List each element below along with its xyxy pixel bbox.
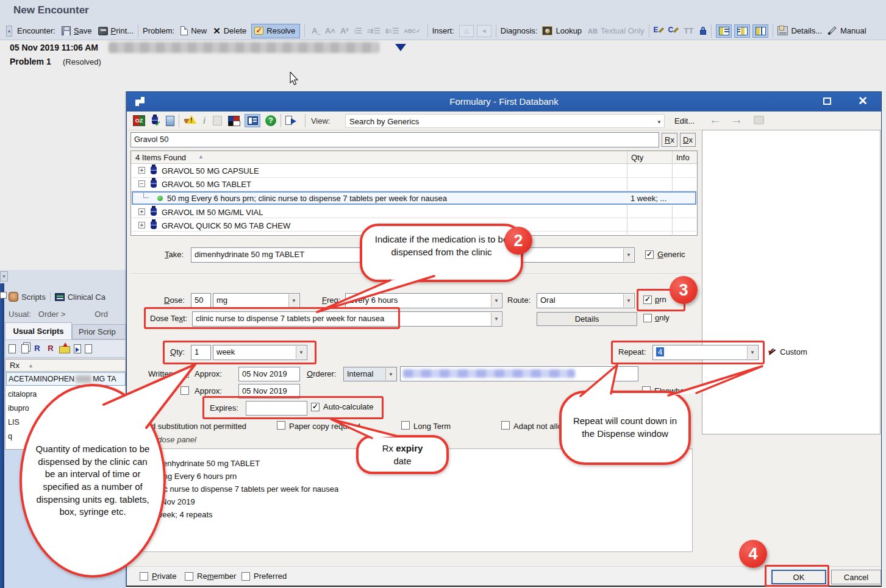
result-row[interactable]: GRAVOL IM 50 MG/ML VIAL	[131, 206, 625, 219]
details-button[interactable]: Details...	[777, 26, 822, 35]
toggle-panel-icon[interactable]	[245, 114, 260, 127]
dose-unit-select[interactable]: mg▼	[213, 293, 300, 308]
approx2-checkbox[interactable]	[180, 386, 189, 395]
generic-checkbox[interactable]	[645, 250, 654, 259]
rx-list-header[interactable]: Rx ▲	[5, 359, 126, 372]
drug-images-icon[interactable]	[228, 116, 240, 126]
spellcheck-icon[interactable]: ABC✓	[404, 28, 421, 34]
qty-column-header[interactable]: Qty	[631, 153, 643, 162]
list-item[interactable]: q	[8, 430, 12, 441]
expand-icon[interactable]	[138, 222, 145, 228]
dose-input[interactable]: 50	[191, 293, 211, 308]
adapt-checkbox[interactable]	[501, 421, 510, 430]
rx-button[interactable]: Rx	[662, 133, 677, 147]
result-row-selected[interactable]: 50 mg Every 6 hours prn; clinic nurse to…	[132, 191, 696, 205]
list-item[interactable]: ibupro	[8, 402, 29, 413]
list-item[interactable]: ACETAMINOPHEN MG TA	[6, 372, 126, 386]
save-button[interactable]: Save	[62, 26, 92, 35]
order-link[interactable]: Order >	[38, 310, 65, 319]
verify-icon[interactable]: ✓	[150, 115, 161, 126]
font-up-icon[interactable]: A˄	[325, 26, 335, 35]
details-button[interactable]: Details	[537, 312, 637, 326]
chevron-down-icon[interactable]: ▼	[623, 249, 634, 261]
maximize-icon[interactable]	[823, 97, 831, 105]
ord-link-clipped[interactable]: Ord	[95, 310, 108, 319]
tab-scripts[interactable]: Scripts	[21, 292, 46, 302]
orderer-select[interactable]: Internal▼	[343, 367, 397, 381]
custom-label[interactable]: Custom	[780, 347, 807, 356]
lock-icon[interactable]	[699, 27, 707, 35]
chevron-down-icon[interactable]: ▼	[491, 294, 501, 307]
nav-forward-icon[interactable]: →	[731, 113, 743, 127]
outdent-icon[interactable]: ⇇☰	[385, 26, 399, 35]
collapse-icon[interactable]	[138, 180, 145, 187]
subtab-usual-scripts[interactable]: Usual Scripts	[5, 322, 72, 339]
copy-script-icon[interactable]	[21, 344, 29, 353]
rx-blue-icon[interactable]: R	[32, 344, 42, 353]
insert-object-icon[interactable]: ◄	[477, 25, 491, 37]
chevron-down-icon[interactable]: ▼	[623, 294, 634, 307]
allergy-warning-icon[interactable]: !	[184, 115, 196, 126]
cancel-button[interactable]: Cancel	[831, 570, 881, 584]
chart-edit-icon[interactable]: C	[668, 26, 679, 37]
import-folder-icon[interactable]	[59, 346, 70, 353]
encounter-edit-icon[interactable]: E	[654, 26, 665, 37]
dx-button[interactable]: Dx	[680, 133, 696, 147]
pages-icon[interactable]	[213, 116, 222, 126]
close-icon[interactable]: ✕	[858, 94, 868, 108]
info-column-header[interactable]: Info	[676, 153, 690, 162]
sidebar-combo-stub[interactable]: ▼	[0, 271, 8, 282]
help-icon[interactable]: ?	[265, 115, 276, 126]
resolve-button[interactable]: ✓ Resolve	[251, 24, 300, 38]
formulary-icon[interactable]: OZ	[133, 115, 145, 126]
list-item[interactable]: citalopra	[8, 388, 37, 399]
written-approx-checkbox[interactable]	[180, 369, 189, 378]
private-checkbox[interactable]	[140, 572, 148, 581]
new-script-icon[interactable]	[9, 344, 16, 353]
list-item[interactable]: LIS	[8, 416, 20, 427]
send-script-icon[interactable]	[74, 344, 81, 353]
subtab-prior-scripts[interactable]: Prior Scrip	[72, 324, 126, 339]
remember-checkbox[interactable]	[185, 572, 193, 581]
font-down-icon[interactable]: A²	[340, 26, 349, 35]
preferred-checkbox[interactable]	[241, 572, 250, 581]
long-term-checkbox[interactable]	[401, 421, 410, 430]
layout-toggle-1-icon[interactable]	[716, 24, 732, 38]
result-row[interactable]: GRAVOL 50 MG TABLET	[131, 178, 625, 191]
bullet-list-icon[interactable]: ⁝☰	[354, 26, 362, 35]
edit-button[interactable]: Edit...	[674, 116, 695, 126]
info-icon[interactable]: i	[203, 116, 205, 126]
monograph-icon[interactable]	[166, 116, 174, 126]
freq-select[interactable]: Every 6 hours▼	[345, 293, 502, 308]
chevron-down-icon[interactable]: ▼	[385, 368, 396, 380]
scroll-up-icon[interactable]: ▲	[6, 26, 12, 37]
nav-back-icon[interactable]: ←	[709, 113, 721, 127]
new-problem-button[interactable]: New	[180, 26, 207, 35]
insert-image-icon[interactable]: △	[459, 25, 474, 37]
export-icon[interactable]	[285, 116, 298, 126]
chevron-down-icon[interactable]: ▼	[491, 313, 501, 325]
print-button[interactable]: Print...	[98, 26, 134, 35]
font-increase-icon[interactable]: Aˍ	[312, 26, 320, 35]
delete-problem-button[interactable]: ✕ Delete	[213, 26, 246, 35]
only-checkbox[interactable]	[643, 314, 652, 322]
orderer-name-field[interactable]	[400, 366, 638, 381]
sidebar-splitter[interactable]	[0, 283, 4, 588]
more-script-icon[interactable]	[85, 344, 92, 353]
result-row[interactable]: GRAVOL 50 MG CAPSULE	[131, 165, 625, 177]
results-header[interactable]: 4 Items Found ▲ Qty Info	[131, 151, 697, 164]
search-input[interactable]: Gravol 50	[130, 132, 659, 147]
route-select[interactable]: Oral▼	[537, 293, 635, 308]
written-date-input[interactable]: 05 Nov 2019	[238, 367, 300, 381]
lookup-button[interactable]: Lookup	[542, 26, 582, 35]
rx-red-icon[interactable]: R	[46, 344, 55, 353]
expand-icon[interactable]	[138, 167, 145, 174]
expand-icon[interactable]	[138, 208, 145, 215]
collapse-arrow-icon[interactable]	[395, 44, 406, 51]
view-select[interactable]: Search by Generics ▼	[345, 114, 665, 128]
layout-toggle-3-icon[interactable]	[752, 24, 768, 38]
tt-icon[interactable]: TT	[684, 26, 694, 35]
tab-clinical[interactable]: Clinical Ca	[68, 292, 105, 302]
paper-copy-checkbox[interactable]	[277, 421, 285, 430]
dialog-titlebar[interactable]: Formulary - First Databank ✕	[127, 92, 881, 112]
